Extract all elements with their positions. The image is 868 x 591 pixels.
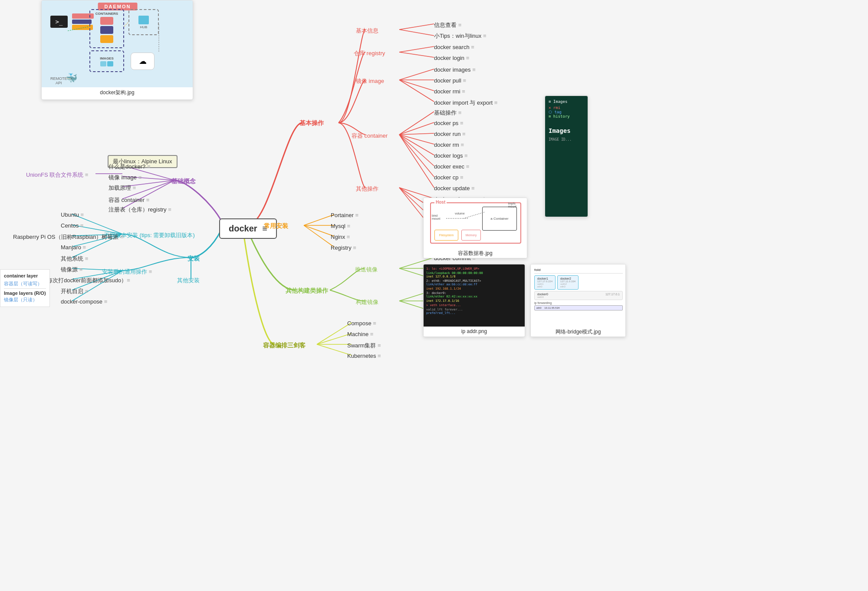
node-basic-ops: 基本操作 [299, 119, 324, 127]
node-docker-rm: docker rm ≡ [434, 142, 464, 148]
ip-addr-label: ip addr.png [424, 327, 525, 336]
svg-line-15 [399, 135, 434, 188]
svg-line-2 [399, 46, 434, 52]
svg-line-10 [399, 133, 434, 135]
node-other-ops: 其他操作 [356, 185, 378, 193]
svg-line-8 [399, 112, 434, 135]
node-machine: Machine ≡ [347, 331, 373, 337]
node-basic-info: 基本信息 [356, 27, 378, 35]
node-portainer: Portainer ≡ [331, 212, 358, 218]
svg-line-4 [399, 69, 434, 80]
node-registry: 仓库 registry [354, 50, 385, 57]
node-registry-install: Registry ≡ [331, 244, 356, 251]
node-docker-search: docker search ≡ [434, 44, 474, 50]
node-general-ops: 安装后的通用操作 ≡ [102, 268, 152, 276]
node-docker-import-export: docker import 与 export ≡ [434, 99, 497, 107]
svg-line-45 [317, 323, 352, 344]
svg-line-1 [399, 30, 434, 36]
node-docker-pull: docker pull ≡ [434, 77, 466, 84]
svg-line-0 [399, 24, 434, 30]
node-others-sys: 其他系统 ≡ [61, 255, 88, 263]
node-info-view: 信息查看 ≡ [434, 21, 461, 29]
svg-line-50 [124, 22, 128, 26]
svg-line-7 [399, 80, 434, 102]
svg-line-35 [304, 215, 334, 225]
node-build-image: 构建镜像 [356, 298, 378, 306]
node-compose: docker-compose ≡ [61, 298, 107, 305]
node-ubuntu: Ubuntu ≡ [61, 211, 84, 218]
node-basic-op: 基础操作 ≡ [434, 109, 461, 117]
image-layers-label: Image layers (R/O) [4, 291, 46, 296]
node-nginx: Nginx ≡ [331, 234, 350, 240]
network-bridge-label: 网络-bridge模式.jpg [531, 327, 625, 337]
svg-line-49 [68, 26, 89, 31]
terminal-card: ≡ Images ✕ rmi ⬡ tag ≡ history Images IM… [545, 96, 588, 217]
node-load-principle: 加载原理 ≡ [108, 184, 136, 192]
node-docker-exec: docker exec ≡ [434, 163, 469, 170]
node-what-docker: 什么是docker? ≡ [108, 163, 150, 171]
ip-addr-card: 1: lo: <LOOPBACK,UP,LOWER_UP> link/loopb… [423, 264, 525, 337]
center-label: docker [229, 224, 257, 233]
svg-line-11 [399, 135, 434, 144]
node-container-concept: 容器 container ≡ [108, 196, 149, 204]
node-other-build: 其他构建类操作 [286, 287, 328, 295]
node-basic-concepts: 基础概念 [171, 178, 196, 185]
node-mysql: Mysql ≡ [331, 223, 350, 229]
node-docker-images: docker images ≡ [434, 66, 476, 73]
node-docker-cp: docker cp ≡ [434, 174, 464, 181]
node-push-image: 推送镜像 [355, 266, 378, 274]
container-ds-card: Host a Container tmpfsmount Filesystem M… [423, 198, 527, 258]
layer-title: container layer [4, 273, 46, 278]
svg-line-6 [399, 80, 434, 91]
node-docker-rmi: docker rmi ≡ [434, 88, 465, 95]
node-unionfs: UnionFS 联合文件系统 ≡ [26, 171, 88, 179]
svg-line-12 [399, 135, 434, 155]
node-image: 镜像 image [356, 77, 384, 85]
node-mirror-src: 镜像源 ≡ [61, 266, 82, 274]
node-manjaro: Manjaro ≡ [61, 244, 86, 251]
node-compose-orch: Compose ≡ [347, 320, 376, 327]
network-bridge-card: fold docker1 127.17.0.224 veth1 eth0 doc… [530, 264, 626, 337]
svg-line-16 [399, 188, 434, 198]
node-raspberry: Raspberry Pi OS（旧称Raspbian）树莓派 ≡ [13, 233, 124, 241]
node-other-install: 其他安装 [177, 277, 200, 284]
node-docker-run: docker run ≡ [434, 131, 466, 137]
node-centos: Centos ≡ [61, 222, 83, 229]
svg-line-3 [399, 52, 434, 57]
node-swarm: Swarm集群 ≡ [347, 342, 381, 350]
svg-line-46 [317, 333, 352, 344]
node-docker-update: docker update ≡ [434, 185, 475, 191]
node-common-install: 常用安装 [264, 222, 288, 230]
docker-arch-label: docker架构.jpg [42, 87, 193, 98]
svg-line-37 [304, 225, 334, 236]
node-registry-concept: 注册表（仓库）registry ≡ [108, 206, 171, 214]
svg-line-14 [399, 135, 434, 177]
docker-arch-card: DAEMON >_ HUB CONTAINERS IMAGES [41, 0, 193, 100]
container-ds-label: 容器数据卷.jpg [424, 248, 527, 258]
node-container: 容器 container [352, 132, 388, 140]
svg-line-48 [317, 344, 352, 355]
node-kubernetes: Kubernetes ≡ [347, 353, 381, 359]
node-image-concept: 镜像 image ≡ [108, 174, 141, 182]
left-container-layer: container layer 容器层（可读写） Image layers (R… [0, 269, 50, 307]
svg-line-53 [464, 212, 485, 218]
node-install: 安装 [187, 255, 200, 263]
svg-line-38 [304, 225, 334, 247]
node-docker-ps: docker ps ≡ [434, 120, 464, 126]
node-docker-logs: docker logs ≡ [434, 152, 468, 159]
svg-line-9 [399, 122, 434, 135]
node-docker-login: docker login ≡ [434, 55, 469, 61]
svg-line-13 [399, 135, 434, 166]
node-autostart: 开机自启 ≡ [61, 287, 88, 295]
node-orchestration: 容器编排三剑客 [263, 342, 306, 350]
node-tips-win: 小Tips：win与linux ≡ [434, 32, 487, 40]
